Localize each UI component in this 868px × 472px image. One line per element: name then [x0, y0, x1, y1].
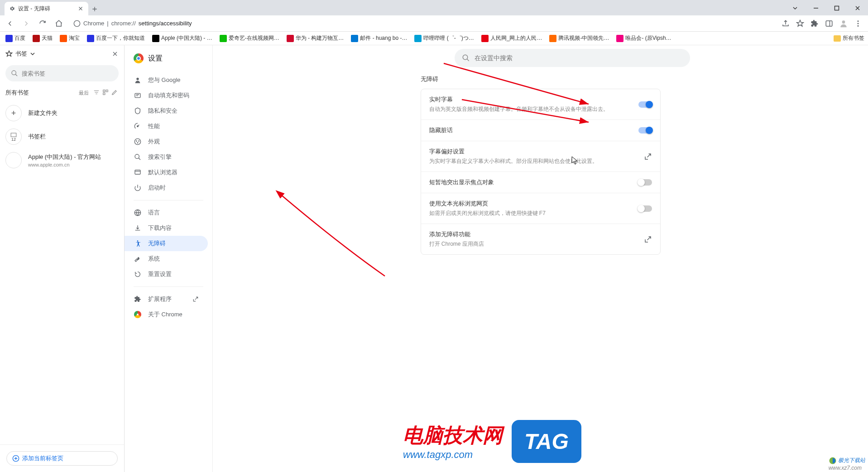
browser-tab[interactable]: 设置 - 无障碍 [5, 2, 88, 15]
window-controls [785, 1, 868, 15]
toggle-switch[interactable] [638, 205, 652, 212]
nav-item-person[interactable]: 您与 Google [125, 72, 208, 88]
nav-forward-button[interactable] [20, 17, 33, 30]
window-maximize[interactable] [826, 1, 847, 15]
bookmark-item[interactable]: 华为 - 构建万物互… [285, 34, 346, 42]
add-current-tab-button[interactable]: 添加当前标签页 [6, 451, 118, 466]
bookmark-item[interactable]: 百度一下，你就知道 [85, 34, 147, 42]
bookmark-item[interactable]: 淘宝 [58, 34, 82, 42]
folder-icon [834, 35, 841, 42]
search-icon [462, 54, 470, 62]
svg-point-1 [74, 20, 80, 26]
favicon [60, 35, 67, 42]
section-title: 无障碍 [421, 75, 661, 83]
bookmark-item[interactable]: 百度 [4, 34, 27, 42]
new-tab-button[interactable] [88, 3, 101, 15]
window-minimize[interactable] [806, 1, 826, 15]
watermark-title: 电脑技术网 [403, 422, 503, 449]
favicon [5, 35, 13, 42]
setting-row: 隐藏脏话 [421, 120, 660, 141]
svg-rect-11 [11, 133, 16, 137]
speed-icon [134, 122, 142, 130]
bookmark-panel-item[interactable]: + 新建文件夹 [0, 101, 124, 125]
bookmark-panel-item[interactable]: Apple (中国大陆) - 官方网站www.apple.com.cn [0, 148, 124, 172]
bookmark-item[interactable]: 唯品会- (原Vipsh… [614, 34, 673, 42]
svg-point-19 [137, 143, 138, 143]
bookmark-star-icon[interactable] [794, 17, 806, 30]
nav-item-browser[interactable]: 默认浏览器 [125, 165, 208, 180]
bookmark-item[interactable]: 邮件 - huang bo -… [349, 34, 409, 42]
bookmark-item[interactable]: 哔哩哔哩 (゜-゜)つ… [412, 34, 475, 42]
svg-rect-2 [826, 21, 832, 26]
svg-point-18 [139, 141, 139, 141]
url-scheme-label: Chrome [83, 20, 104, 27]
all-bookmarks-label: 所有书签 [843, 34, 864, 42]
chrome-icon [134, 310, 142, 319]
bookmark-item[interactable]: 人民网_网上的人民… [480, 34, 544, 42]
toggle-switch[interactable] [638, 127, 652, 133]
setting-row[interactable]: 添加无障碍功能打开 Chrome 应用商店 [421, 224, 660, 254]
sort-icon[interactable] [93, 89, 101, 96]
bookmarks-dropdown[interactable]: 书签 [5, 50, 35, 58]
settings-content: 无障碍 实时字幕自动为英文版音频和视频创建字幕。音频和字幕绝不会从设备中泄露出去… [213, 45, 868, 472]
bookmark-panel-item[interactable]: 12 书签栏 [0, 125, 124, 148]
nav-item-power[interactable]: 启动时 [125, 180, 208, 195]
sort-label[interactable]: 最后 [79, 90, 89, 96]
nav-item-speed[interactable]: 性能 [125, 119, 208, 134]
all-bookmarks-folder[interactable]: 所有书签 [834, 34, 864, 42]
reset-icon [134, 270, 142, 278]
settings-search-input[interactable] [455, 49, 690, 67]
favicon [616, 35, 623, 42]
panel-close-icon[interactable] [111, 50, 119, 57]
item-icon: + [5, 105, 22, 121]
nav-item-palette[interactable]: 外观 [125, 134, 208, 149]
nav-item-reset[interactable]: 重置设置 [125, 267, 208, 282]
svg-rect-8 [103, 90, 105, 92]
bookmark-item[interactable]: Apple (中国大陆) - … [150, 34, 214, 42]
window-minimize-dropdown[interactable] [785, 1, 806, 15]
svg-point-7 [12, 71, 16, 75]
nav-home-button[interactable] [53, 17, 65, 30]
toggle-switch[interactable] [638, 101, 652, 108]
nav-item-wrench[interactable]: 系统 [125, 251, 208, 267]
favicon [33, 35, 40, 42]
edit-icon[interactable] [111, 89, 119, 96]
menu-icon[interactable] [852, 17, 864, 30]
site-info-icon[interactable] [73, 20, 81, 27]
favicon [414, 35, 422, 42]
svg-point-23 [137, 240, 139, 242]
nav-reload-button[interactable] [36, 17, 49, 30]
bookmark-item[interactable]: 腾讯视频-中国领先… [547, 34, 611, 42]
toggle-switch[interactable] [638, 179, 652, 186]
view-icon[interactable] [102, 89, 110, 96]
nav-item-globe[interactable]: 语言 [125, 205, 208, 220]
tab-close-icon[interactable] [77, 5, 84, 12]
extensions-icon[interactable] [808, 17, 821, 30]
svg-point-4 [858, 20, 859, 22]
bookmark-item[interactable]: 爱奇艺-在线视频网… [218, 34, 281, 42]
window-close[interactable] [847, 1, 868, 15]
nav-item-download[interactable]: 下载内容 [125, 220, 208, 236]
nav-item-autofill[interactable]: 自动填充和密码 [125, 88, 208, 103]
item-icon [5, 152, 22, 168]
setting-row[interactable]: 字幕偏好设置为实时字幕自定义字幕大小和样式。部分应用和网站也会使用此设置。 [421, 141, 660, 172]
nav-item-chrome[interactable]: 关于 Chrome [125, 307, 208, 322]
url-field[interactable]: Chrome | chrome://settings/accessibility [69, 17, 776, 30]
nav-item-extension[interactable]: 扩展程序 [125, 291, 208, 307]
nav-item-shield[interactable]: 隐私和安全 [125, 103, 208, 119]
accessibility-icon [134, 239, 142, 248]
add-current-label: 添加当前标签页 [22, 454, 63, 462]
bookmark-item[interactable]: 天猫 [31, 34, 54, 42]
nav-back-button[interactable] [4, 17, 16, 30]
bookmark-search-input[interactable] [5, 65, 119, 81]
setting-row: 短暂地突出显示焦点对象 [421, 172, 660, 193]
nav-item-search[interactable]: 搜索引擎 [125, 149, 208, 165]
svg-point-17 [136, 141, 137, 141]
nav-item-accessibility[interactable]: 无障碍 [125, 236, 208, 251]
svg-rect-10 [103, 93, 105, 95]
share-icon[interactable] [779, 17, 792, 30]
profile-icon[interactable] [837, 17, 850, 30]
settings-nav: 设置 您与 Google自动填充和密码隐私和安全性能外观搜索引擎默认浏览器启动时… [125, 45, 213, 472]
sidepanel-icon[interactable] [823, 17, 835, 30]
item-icon: 12 [5, 129, 22, 145]
